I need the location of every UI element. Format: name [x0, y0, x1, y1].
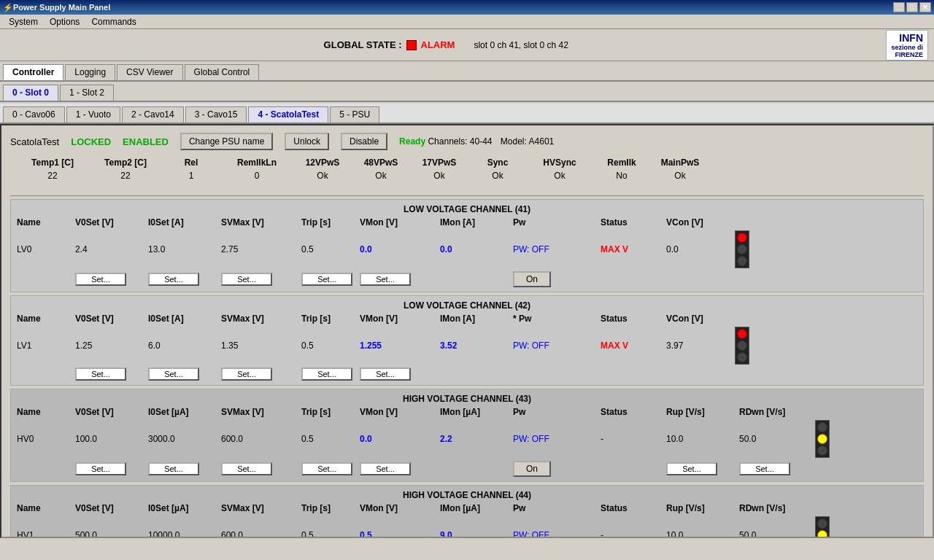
lv42-h-vcon: VCon [V]	[666, 314, 732, 324]
hv43-status: -	[601, 434, 666, 444]
lv41-svmax: 2.75	[221, 244, 301, 254]
lv41-set-trip[interactable]: Set...	[301, 273, 352, 286]
hv43-on-button[interactable]: On	[513, 461, 551, 477]
unlock-button[interactable]: Unlock	[285, 133, 329, 150]
locked-status: LOCKED	[71, 136, 111, 147]
tab-cavo14[interactable]: 2 - Cavo14	[122, 106, 184, 122]
lv42-h-trip: Trip [s]	[301, 314, 360, 324]
hv43-h-pw: Pw	[513, 407, 601, 417]
lv42-set-vmon[interactable]: Set...	[360, 368, 411, 381]
hv44-svmax: 600.0	[221, 530, 301, 538]
lv41-h-imon: IMon [A]	[440, 217, 513, 228]
hv43-v0set: 100.0	[75, 434, 148, 444]
close-button[interactable]: ✕	[919, 2, 931, 12]
lv42-h-name: Name	[17, 314, 75, 324]
lv42-h-svmax: SVMax [V]	[221, 314, 301, 324]
lv42-h-v0set: V0Set [V]	[75, 314, 148, 324]
hv43-set-rdwn[interactable]: Set...	[739, 462, 790, 475]
lv41-set-svmax[interactable]: Set...	[221, 273, 272, 286]
change-psu-name-button[interactable]: Change PSU name	[180, 133, 273, 150]
hv44-h-trip: Trip [s]	[301, 503, 360, 513]
lv41-set-v0[interactable]: Set...	[75, 273, 126, 286]
sh-12v: 12VPwS	[293, 158, 352, 168]
lv41-set-vmon[interactable]: Set...	[360, 273, 411, 286]
tab-global-control[interactable]: Global Control	[185, 64, 260, 80]
menu-system[interactable]: System	[3, 15, 44, 28]
lv41-i0set: 13.0	[148, 244, 221, 254]
lv42-v0set: 1.25	[75, 341, 148, 351]
sh-temp1: Temp1 [C]	[16, 158, 89, 168]
tab-logging[interactable]: Logging	[65, 64, 115, 80]
hv43-set-svmax[interactable]: Set...	[221, 462, 272, 475]
lv42-trip: 0.5	[301, 341, 360, 351]
title-bar: ⚡ Power Supply Main Panel _ □ ✕	[0, 0, 934, 15]
lv-ch42-section: LOW VOLTAGE CHANNEL (42) Name V0Set [V] …	[10, 295, 924, 386]
lv42-set-v0[interactable]: Set...	[75, 368, 126, 381]
maximize-button[interactable]: □	[906, 2, 918, 12]
lv41-on-button[interactable]: On	[513, 271, 551, 287]
minimize-button[interactable]: _	[893, 2, 905, 12]
hv43-rdwn: 50.0	[739, 434, 812, 444]
hv44-status: -	[601, 530, 666, 538]
tab-csv-viewer[interactable]: CSV Viewer	[117, 64, 182, 80]
lv41-h-trip: Trip [s]	[301, 217, 360, 228]
hv43-set-vmon[interactable]: Set...	[360, 462, 411, 475]
lv41-h-vmon: VMon [V]	[360, 217, 440, 228]
hv43-h-rup: Rup [V/s]	[666, 407, 739, 417]
tab-slot2[interactable]: 1 - Slot 2	[60, 85, 114, 101]
tab-scatolatest[interactable]: 4 - ScatolaTest	[248, 106, 328, 122]
psu-info-bar: ScatolaTest LOCKED ENABLED Change PSU na…	[4, 128, 930, 155]
lv41-set-i0[interactable]: Set...	[148, 273, 199, 286]
hv43-h-rdwn: RDwn [V/s]	[739, 407, 812, 417]
tab-cavo06[interactable]: 0 - Cavo06	[3, 106, 65, 122]
tab-cavo15[interactable]: 3 - Cavo15	[185, 106, 247, 122]
lv42-i0set: 6.0	[148, 341, 221, 351]
lv41-trip: 0.5	[301, 244, 360, 254]
hv43-set-i0[interactable]: Set...	[148, 462, 199, 475]
sh-remilk: RemIlkLn	[220, 158, 293, 168]
lv42-set-svmax[interactable]: Set...	[221, 368, 272, 381]
lv41-vmon: 0.0	[360, 244, 440, 254]
sv-temp1: 22	[16, 171, 89, 181]
lv41-h-svmax: SVMax [V]	[221, 217, 301, 228]
tab-controller[interactable]: Controller	[3, 64, 63, 80]
sh-rel: Rel	[162, 158, 220, 168]
lv41-h-vcon: VCon [V]	[666, 217, 732, 228]
tab-slot0[interactable]: 0 - Slot 0	[3, 85, 58, 101]
model-info: Model: A4601	[501, 136, 554, 147]
sv-48v: Ok	[352, 171, 410, 181]
menu-options[interactable]: Options	[44, 15, 85, 28]
hv44-vmon: 0.5	[360, 530, 440, 538]
disable-button[interactable]: Disable	[341, 133, 387, 150]
hv43-h-i0set: I0Set [µA]	[148, 407, 221, 417]
menu-commands[interactable]: Commands	[85, 15, 142, 28]
tab-vuoto[interactable]: 1 - Vuoto	[66, 106, 120, 122]
hv44-imon: 9.0	[440, 530, 513, 538]
hv44-h-rup: Rup [V/s]	[666, 503, 739, 513]
hv44-name: HV1	[17, 530, 75, 538]
hv43-h-trip: Trip [s]	[301, 407, 360, 417]
hv43-set-rup[interactable]: Set...	[666, 462, 717, 475]
hv43-set-trip[interactable]: Set...	[301, 462, 352, 475]
hv43-set-v0[interactable]: Set...	[75, 462, 126, 475]
lv42-h-status: Status	[601, 314, 666, 324]
lv41-h-v0set: V0Set [V]	[75, 217, 148, 228]
psu-name: ScatolaTest	[10, 136, 59, 147]
global-state-area: GLOBAL STATE : ALARM slot 0 ch 41, slot …	[6, 39, 886, 50]
hv44-h-i0set: I0Set [µA]	[148, 503, 221, 513]
lv42-set-trip[interactable]: Set...	[301, 368, 352, 381]
sv-remilk: 0	[220, 171, 293, 181]
sh-mainpws: MainPwS	[651, 158, 709, 168]
window-controls[interactable]: _ □ ✕	[893, 2, 931, 12]
hv44-h-imon: IMon [µA]	[440, 503, 513, 513]
lv-ch42-header: LOW VOLTAGE CHANNEL (42)	[17, 299, 917, 312]
alarm-indicator	[406, 40, 417, 50]
tab-psu[interactable]: 5 - PSU	[330, 106, 379, 122]
menu-bar: System Options Commands	[0, 15, 934, 29]
hv44-h-rdwn: RDwn [V/s]	[739, 503, 812, 513]
lv42-pw: PW: OFF	[513, 341, 601, 351]
hv44-h-vmon: VMon [V]	[360, 503, 440, 513]
lv41-name: LV0	[17, 244, 75, 254]
lv42-set-i0[interactable]: Set...	[148, 368, 199, 381]
infn-logo: INFN sezione di FIRENZE	[886, 30, 928, 61]
